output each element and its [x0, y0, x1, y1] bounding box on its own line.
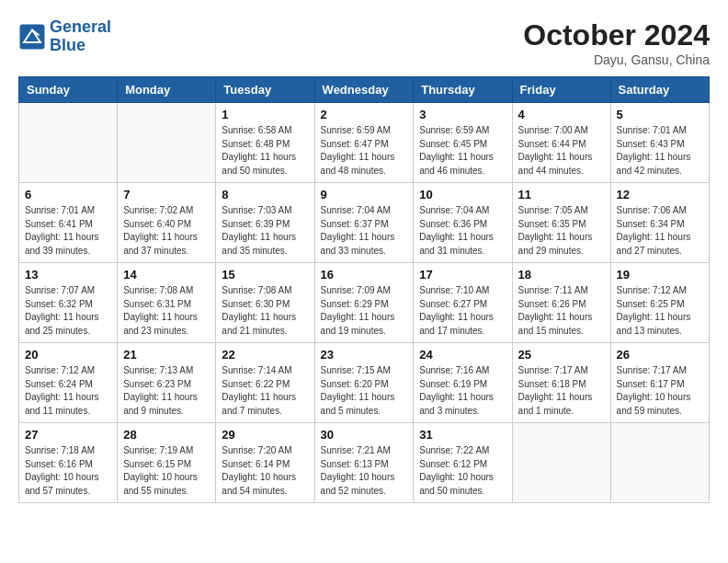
day-cell: 16Sunrise: 7:09 AM Sunset: 6:29 PM Dayli… [314, 263, 414, 343]
day-info: Sunrise: 7:09 AM Sunset: 6:29 PM Dayligh… [321, 284, 408, 338]
day-cell: 6Sunrise: 7:01 AM Sunset: 6:41 PM Daylig… [19, 183, 118, 263]
day-number: 27 [25, 428, 111, 442]
day-info: Sunrise: 7:06 AM Sunset: 6:34 PM Dayligh… [617, 204, 703, 258]
day-info: Sunrise: 7:14 AM Sunset: 6:22 PM Dayligh… [222, 364, 308, 418]
day-number: 24 [419, 348, 506, 362]
svg-rect-0 [20, 24, 45, 49]
day-info: Sunrise: 7:16 AM Sunset: 6:19 PM Dayligh… [419, 364, 506, 418]
day-cell: 12Sunrise: 7:06 AM Sunset: 6:34 PM Dayli… [610, 183, 709, 263]
day-cell: 25Sunrise: 7:17 AM Sunset: 6:18 PM Dayli… [512, 343, 610, 423]
day-info: Sunrise: 6:58 AM Sunset: 6:48 PM Dayligh… [222, 124, 308, 178]
day-info: Sunrise: 7:01 AM Sunset: 6:41 PM Dayligh… [25, 204, 111, 258]
day-cell: 13Sunrise: 7:07 AM Sunset: 6:32 PM Dayli… [19, 263, 118, 343]
day-cell: 31Sunrise: 7:22 AM Sunset: 6:12 PM Dayli… [414, 423, 512, 503]
day-info: Sunrise: 7:12 AM Sunset: 6:25 PM Dayligh… [617, 284, 703, 338]
day-cell [610, 423, 709, 503]
day-number: 29 [222, 428, 308, 442]
weekday-header-thursday: Thursday [414, 77, 512, 103]
week-row-3: 20Sunrise: 7:12 AM Sunset: 6:24 PM Dayli… [19, 343, 710, 423]
day-info: Sunrise: 7:04 AM Sunset: 6:36 PM Dayligh… [419, 204, 506, 258]
day-number: 7 [123, 188, 210, 201]
day-info: Sunrise: 7:07 AM Sunset: 6:32 PM Dayligh… [25, 284, 111, 338]
day-info: Sunrise: 7:01 AM Sunset: 6:43 PM Dayligh… [617, 124, 703, 178]
day-cell: 15Sunrise: 7:08 AM Sunset: 6:30 PM Dayli… [216, 263, 314, 343]
day-number: 30 [321, 428, 408, 442]
day-number: 22 [222, 348, 308, 362]
day-cell: 28Sunrise: 7:19 AM Sunset: 6:15 PM Dayli… [118, 423, 216, 503]
day-cell: 21Sunrise: 7:13 AM Sunset: 6:23 PM Dayli… [118, 343, 216, 423]
day-info: Sunrise: 7:18 AM Sunset: 6:16 PM Dayligh… [25, 444, 111, 498]
day-number: 1 [222, 108, 308, 121]
weekday-header-row: SundayMondayTuesdayWednesdayThursdayFrid… [19, 77, 710, 103]
day-cell [19, 103, 118, 183]
day-number: 20 [25, 348, 111, 362]
day-number: 26 [617, 348, 703, 362]
day-cell: 20Sunrise: 7:12 AM Sunset: 6:24 PM Dayli… [19, 343, 118, 423]
logo-text: General Blue [50, 18, 111, 55]
day-info: Sunrise: 7:03 AM Sunset: 6:39 PM Dayligh… [222, 204, 308, 258]
day-cell: 19Sunrise: 7:12 AM Sunset: 6:25 PM Dayli… [610, 263, 709, 343]
day-number: 17 [419, 268, 506, 282]
day-number: 10 [419, 188, 506, 201]
week-row-2: 13Sunrise: 7:07 AM Sunset: 6:32 PM Dayli… [19, 263, 710, 343]
day-cell: 4Sunrise: 7:00 AM Sunset: 6:44 PM Daylig… [512, 103, 610, 183]
location: Dayu, Gansu, China [523, 52, 710, 67]
day-info: Sunrise: 6:59 AM Sunset: 6:45 PM Dayligh… [419, 124, 506, 178]
day-info: Sunrise: 7:00 AM Sunset: 6:44 PM Dayligh… [518, 124, 605, 178]
day-cell: 3Sunrise: 6:59 AM Sunset: 6:45 PM Daylig… [414, 103, 512, 183]
day-info: Sunrise: 7:20 AM Sunset: 6:14 PM Dayligh… [222, 444, 308, 498]
week-row-0: 1Sunrise: 6:58 AM Sunset: 6:48 PM Daylig… [19, 103, 710, 183]
day-info: Sunrise: 7:17 AM Sunset: 6:17 PM Dayligh… [617, 364, 703, 418]
weekday-header-monday: Monday [118, 77, 216, 103]
day-number: 23 [321, 348, 408, 362]
day-cell: 27Sunrise: 7:18 AM Sunset: 6:16 PM Dayli… [19, 423, 118, 503]
day-info: Sunrise: 7:08 AM Sunset: 6:30 PM Dayligh… [222, 284, 308, 338]
day-info: Sunrise: 7:22 AM Sunset: 6:12 PM Dayligh… [419, 444, 506, 498]
day-number: 16 [321, 268, 408, 282]
week-row-1: 6Sunrise: 7:01 AM Sunset: 6:41 PM Daylig… [19, 183, 710, 263]
day-number: 15 [222, 268, 308, 282]
page-header: General Blue October 2024 Dayu, Gansu, C… [18, 18, 710, 67]
day-info: Sunrise: 7:08 AM Sunset: 6:31 PM Dayligh… [123, 284, 210, 338]
day-cell: 14Sunrise: 7:08 AM Sunset: 6:31 PM Dayli… [118, 263, 216, 343]
day-number: 14 [123, 268, 210, 282]
weekday-header-tuesday: Tuesday [216, 77, 314, 103]
day-cell: 1Sunrise: 6:58 AM Sunset: 6:48 PM Daylig… [216, 103, 314, 183]
title-block: October 2024 Dayu, Gansu, China [523, 18, 710, 67]
week-row-4: 27Sunrise: 7:18 AM Sunset: 6:16 PM Dayli… [19, 423, 710, 503]
day-cell: 10Sunrise: 7:04 AM Sunset: 6:36 PM Dayli… [414, 183, 512, 263]
day-number: 5 [617, 108, 703, 121]
day-number: 8 [222, 188, 308, 201]
day-info: Sunrise: 7:04 AM Sunset: 6:37 PM Dayligh… [321, 204, 408, 258]
day-info: Sunrise: 7:05 AM Sunset: 6:35 PM Dayligh… [518, 204, 605, 258]
day-info: Sunrise: 7:17 AM Sunset: 6:18 PM Dayligh… [518, 364, 605, 418]
day-number: 28 [123, 428, 210, 442]
day-number: 6 [25, 188, 111, 201]
day-cell: 8Sunrise: 7:03 AM Sunset: 6:39 PM Daylig… [216, 183, 314, 263]
day-info: Sunrise: 7:21 AM Sunset: 6:13 PM Dayligh… [321, 444, 408, 498]
weekday-header-friday: Friday [512, 77, 610, 103]
day-number: 2 [321, 108, 408, 121]
day-number: 11 [518, 188, 605, 201]
day-cell: 22Sunrise: 7:14 AM Sunset: 6:22 PM Dayli… [216, 343, 314, 423]
day-info: Sunrise: 7:13 AM Sunset: 6:23 PM Dayligh… [123, 364, 210, 418]
day-number: 25 [518, 348, 605, 362]
day-number: 4 [518, 108, 605, 121]
day-number: 3 [419, 108, 506, 121]
day-cell: 18Sunrise: 7:11 AM Sunset: 6:26 PM Dayli… [512, 263, 610, 343]
day-cell: 30Sunrise: 7:21 AM Sunset: 6:13 PM Dayli… [314, 423, 414, 503]
day-cell: 2Sunrise: 6:59 AM Sunset: 6:47 PM Daylig… [314, 103, 414, 183]
day-cell: 24Sunrise: 7:16 AM Sunset: 6:19 PM Dayli… [414, 343, 512, 423]
day-cell: 5Sunrise: 7:01 AM Sunset: 6:43 PM Daylig… [610, 103, 709, 183]
day-number: 12 [617, 188, 703, 201]
day-info: Sunrise: 7:11 AM Sunset: 6:26 PM Dayligh… [518, 284, 605, 338]
calendar-table: SundayMondayTuesdayWednesdayThursdayFrid… [18, 76, 710, 503]
weekday-header-wednesday: Wednesday [314, 77, 414, 103]
day-cell: 26Sunrise: 7:17 AM Sunset: 6:17 PM Dayli… [610, 343, 709, 423]
logo-icon [18, 23, 46, 51]
month-title: October 2024 [523, 18, 710, 52]
day-cell [118, 103, 216, 183]
day-number: 9 [321, 188, 408, 201]
day-number: 19 [617, 268, 703, 282]
logo: General Blue [18, 18, 111, 55]
